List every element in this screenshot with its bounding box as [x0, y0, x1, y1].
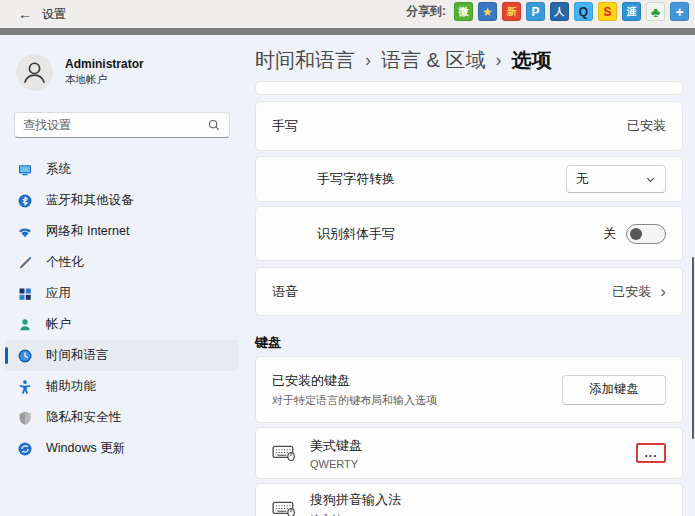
add-keyboard-button[interactable]: 添加键盘 — [562, 375, 666, 405]
keyboard-layout: QWERTY — [310, 458, 362, 470]
sidebar-nav: 系统 蓝牙和其他设备 网络和 Internet 个性化 应用 — [0, 154, 244, 464]
sidebar-item-time-language[interactable]: 时间和语言 — [5, 340, 239, 371]
weibo-icon[interactable]: 新 — [502, 2, 521, 21]
keyboard-section-heading: 键盘 — [255, 334, 683, 352]
italic-handwriting-card: 识别斜体手写 关 — [255, 206, 683, 261]
scrolled-card-edge — [255, 81, 683, 95]
more-options-button[interactable]: ... — [639, 446, 663, 460]
sidebar-item-label: 帐户 — [46, 316, 71, 333]
installed-keyboards-title: 已安装的键盘 — [272, 372, 437, 390]
sidebar: Administrator 本地帐户 系统 蓝牙和其他设备 — [0, 35, 244, 516]
speech-card[interactable]: 语音 已安装 › — [255, 267, 683, 316]
shield-icon — [17, 410, 33, 426]
sidebar-item-bluetooth[interactable]: 蓝牙和其他设备 — [5, 185, 239, 216]
window-top-border — [0, 28, 695, 35]
toggle-state-label: 关 — [603, 225, 616, 243]
sidebar-item-label: 应用 — [46, 285, 71, 302]
share-label: 分享到: — [406, 3, 446, 20]
avatar — [16, 54, 53, 91]
qq-icon[interactable]: Q — [574, 2, 593, 21]
sidebar-item-personalization[interactable]: 个性化 — [5, 247, 239, 278]
chevron-down-icon — [645, 174, 656, 185]
conversion-label: 手写字符转换 — [272, 170, 395, 188]
sidebar-item-label: Windows 更新 — [46, 440, 125, 457]
accounts-person-icon — [17, 317, 33, 333]
settings-window: ← 设置 分享到: 微 ★ 新 P 人 Q S 涯 ♣ + Administra… — [0, 0, 695, 516]
system-icon — [17, 162, 33, 178]
titlebar: ← 设置 分享到: 微 ★ 新 P 人 Q S 涯 ♣ + — [0, 0, 695, 28]
keyboard-icon — [272, 500, 296, 516]
breadcrumb-time-language[interactable]: 时间和语言 — [255, 47, 355, 74]
bluetooth-icon — [17, 193, 33, 209]
italic-label: 识别斜体手写 — [272, 225, 395, 243]
account-type: 本地帐户 — [65, 73, 144, 87]
user-name: Administrator — [65, 57, 144, 71]
window-title: 设置 — [42, 6, 66, 23]
keyboard-layout: 输入法 — [310, 512, 401, 516]
sidebar-item-accessibility[interactable]: 辅助功能 — [5, 371, 239, 402]
renren-icon[interactable]: 人 — [550, 2, 569, 21]
keyboard-row-sogou: 搜狗拼音输入法 输入法 — [255, 483, 683, 516]
main-pane: 时间和语言 › 语言 & 区域 › 选项 手写 已安装 手写字符转换 无 识别斜… — [255, 35, 683, 516]
wifi-icon — [17, 224, 33, 240]
update-icon — [17, 441, 33, 457]
italic-toggle[interactable] — [626, 224, 666, 244]
clover-icon[interactable]: ♣ — [646, 2, 665, 21]
sidebar-item-label: 蓝牙和其他设备 — [46, 192, 134, 209]
add-share-icon[interactable]: + — [670, 2, 689, 21]
sidebar-item-apps[interactable]: 应用 — [5, 278, 239, 309]
wechat-icon[interactable]: 微 — [454, 2, 473, 21]
speech-status: 已安装 — [612, 283, 651, 301]
installed-keyboards-subtitle: 对于特定语言的键布局和输入选项 — [272, 393, 437, 408]
apps-grid-icon — [17, 286, 33, 302]
handwriting-label: 手写 — [272, 117, 298, 135]
keyboard-name: 搜狗拼音输入法 — [310, 491, 401, 509]
speech-label: 语音 — [272, 283, 298, 301]
search-input[interactable] — [23, 118, 207, 132]
search-icon[interactable] — [207, 118, 221, 132]
toggle-knob — [630, 228, 642, 240]
conversion-dropdown[interactable]: 无 — [566, 165, 666, 193]
red-annotation-box: ... — [636, 443, 666, 463]
sidebar-item-network[interactable]: 网络和 Internet — [5, 216, 239, 247]
breadcrumb-current-options: 选项 — [511, 47, 551, 74]
pengyou-icon[interactable]: P — [526, 2, 545, 21]
keyboard-row-us: 美式键盘 QWERTY ... — [255, 427, 683, 479]
clock-icon — [17, 348, 33, 364]
share-toolbar: 分享到: 微 ★ 新 P 人 Q S 涯 ♣ + — [406, 2, 689, 21]
keyboard-name: 美式键盘 — [310, 437, 362, 455]
handwriting-card[interactable]: 手写 已安装 — [255, 101, 683, 151]
accessibility-icon — [17, 379, 33, 395]
sidebar-item-privacy[interactable]: 隐私和安全性 — [5, 402, 239, 433]
breadcrumb-language-region[interactable]: 语言 & 区域 — [381, 47, 485, 74]
settings-search[interactable] — [14, 112, 230, 138]
handwriting-conversion-card: 手写字符转换 无 — [255, 156, 683, 202]
breadcrumb-separator: › — [495, 50, 501, 71]
sidebar-item-label: 时间和语言 — [46, 347, 109, 364]
handwriting-status: 已安装 — [627, 117, 666, 135]
sidebar-item-label: 个性化 — [46, 254, 84, 271]
keyboard-icon — [272, 444, 296, 462]
sidebar-item-label: 系统 — [46, 161, 71, 178]
sidebar-item-windows-update[interactable]: Windows 更新 — [5, 433, 239, 464]
person-icon — [16, 54, 53, 91]
chevron-right-icon: › — [660, 282, 666, 302]
sidebar-item-label: 网络和 Internet — [46, 223, 129, 240]
sogou-icon[interactable]: S — [598, 2, 617, 21]
back-button[interactable]: ← — [8, 6, 42, 22]
sidebar-item-label: 辅助功能 — [46, 378, 96, 395]
settings-content: Administrator 本地帐户 系统 蓝牙和其他设备 — [0, 35, 695, 516]
user-account[interactable]: Administrator 本地帐户 — [0, 49, 244, 95]
tianya-icon[interactable]: 涯 — [622, 2, 641, 21]
breadcrumb: 时间和语言 › 语言 & 区域 › 选项 — [255, 47, 683, 74]
sidebar-item-accounts[interactable]: 帐户 — [5, 309, 239, 340]
sidebar-item-label: 隐私和安全性 — [46, 409, 121, 426]
sidebar-item-system[interactable]: 系统 — [5, 154, 239, 185]
installed-keyboards-card: 已安装的键盘 对于特定语言的键布局和输入选项 添加键盘 — [255, 356, 683, 423]
conversion-value: 无 — [576, 171, 589, 188]
brush-icon — [17, 255, 33, 271]
qzone-icon[interactable]: ★ — [478, 2, 497, 21]
breadcrumb-separator: › — [365, 50, 371, 71]
scrollbar-thumb[interactable] — [692, 257, 694, 439]
selection-indicator — [5, 347, 8, 364]
